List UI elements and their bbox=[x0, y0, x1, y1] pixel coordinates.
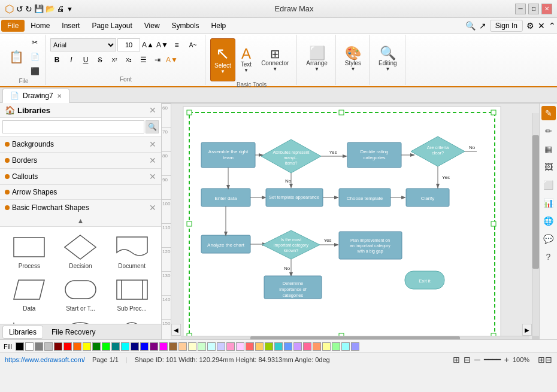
view-icons[interactable]: ⊞⊟ bbox=[538, 355, 552, 364]
subscript-btn[interactable]: X₂ bbox=[122, 53, 135, 66]
minimize-btn[interactable]: ─ bbox=[515, 4, 526, 14]
shape-decision[interactable]: Decision bbox=[56, 232, 105, 272]
scroll-thumb-h[interactable] bbox=[250, 336, 459, 339]
shape-extra1[interactable] bbox=[5, 317, 54, 324]
styles-btn[interactable]: 🎨 Styles ▼ bbox=[341, 38, 365, 81]
dropdown-arrow[interactable]: ▼ bbox=[66, 5, 73, 13]
menu-insert[interactable]: Insert bbox=[56, 20, 86, 32]
color-paleblue[interactable] bbox=[341, 342, 350, 351]
color-gray[interactable] bbox=[35, 342, 43, 351]
drawing-tab[interactable]: 📄 Drawing7 ✕ bbox=[2, 89, 69, 103]
maximize-btn[interactable]: □ bbox=[528, 4, 539, 14]
connector-tool-btn[interactable]: ⊞ Connector ▼ bbox=[257, 38, 293, 81]
menu-symbols[interactable]: Symbols bbox=[166, 20, 205, 32]
color-lilac[interactable] bbox=[293, 342, 302, 351]
search-doc-icon[interactable]: 🔍 bbox=[465, 21, 476, 31]
arrange-btn[interactable]: ⬜ Arrange ▼ bbox=[302, 38, 332, 81]
color-orange[interactable] bbox=[73, 342, 81, 351]
website-link[interactable]: https://www.edrawsoft.com/ bbox=[5, 356, 85, 363]
close-icon[interactable]: ✕ bbox=[538, 21, 545, 31]
format-btn[interactable]: ⬛ bbox=[28, 65, 41, 78]
shape-subprocess[interactable]: Sub Proc... bbox=[107, 274, 156, 314]
color-lightorange[interactable] bbox=[255, 342, 264, 351]
superscript-btn[interactable]: X² bbox=[108, 53, 121, 66]
select-tool-btn[interactable]: ↖ Select ▼ bbox=[210, 38, 235, 81]
color-lime[interactable] bbox=[102, 342, 110, 351]
flowchart-close[interactable]: ✕ bbox=[149, 203, 156, 212]
share-icon[interactable]: ↗ bbox=[479, 21, 486, 31]
list-btn[interactable]: ☰ bbox=[137, 53, 150, 66]
print-btn[interactable]: 🖨 bbox=[57, 4, 65, 13]
section-borders-header[interactable]: Borders ✕ bbox=[0, 153, 161, 168]
color-peach[interactable] bbox=[178, 342, 187, 351]
zoom-in-btn[interactable]: + bbox=[504, 355, 509, 364]
right-btn-comment[interactable]: 💬 bbox=[541, 232, 556, 246]
callouts-close[interactable]: ✕ bbox=[149, 172, 156, 181]
color-lightgreen[interactable] bbox=[198, 342, 206, 351]
close-btn[interactable]: ✕ bbox=[541, 4, 552, 14]
font-increase-btn[interactable]: A▲ bbox=[141, 38, 155, 51]
color-paleyellow[interactable] bbox=[322, 342, 331, 351]
menu-home[interactable]: Home bbox=[25, 20, 56, 32]
align-btn[interactable]: ≡ bbox=[170, 38, 183, 51]
borders-close[interactable]: ✕ bbox=[149, 156, 156, 165]
scroll-right-btn[interactable]: ▶ bbox=[522, 324, 532, 336]
scrollbar-horizontal[interactable] bbox=[181, 336, 529, 339]
signin-btn[interactable]: Sign In bbox=[490, 20, 523, 32]
color-green[interactable] bbox=[92, 342, 101, 351]
color-maroon[interactable] bbox=[54, 342, 62, 351]
color-navy[interactable] bbox=[131, 342, 139, 351]
sidebar-search-btn[interactable]: 🔍 bbox=[146, 120, 159, 133]
color-lightyellow[interactable] bbox=[188, 342, 196, 351]
color-palegreen[interactable] bbox=[332, 342, 340, 351]
font-color-btn[interactable]: A▼ bbox=[165, 53, 178, 66]
shape-extra2[interactable] bbox=[56, 317, 105, 324]
drawing-tab-close[interactable]: ✕ bbox=[57, 93, 62, 99]
copy-btn[interactable]: 📄 bbox=[28, 50, 41, 63]
fit-page-icon[interactable]: ⊞ bbox=[453, 355, 460, 364]
underline-btn[interactable]: U bbox=[79, 53, 92, 66]
color-teal[interactable] bbox=[111, 342, 120, 351]
shape-extra3[interactable] bbox=[107, 317, 156, 324]
scroll-thumb-v[interactable] bbox=[532, 135, 539, 269]
color-lightcyan[interactable] bbox=[207, 342, 216, 351]
right-btn-shape[interactable]: ⬜ bbox=[541, 178, 556, 192]
color-white[interactable] bbox=[25, 342, 34, 351]
font-size-input[interactable] bbox=[117, 38, 140, 51]
editing-btn[interactable]: 🔍 Editing ▼ bbox=[374, 38, 401, 81]
zoom-out-btn[interactable]: ─ bbox=[474, 355, 480, 364]
menu-view[interactable]: View bbox=[138, 20, 166, 32]
undo-btn[interactable]: ↺ bbox=[16, 4, 23, 14]
color-yellow[interactable] bbox=[83, 342, 91, 351]
sidebar-close-icon[interactable]: ✕ bbox=[149, 105, 156, 115]
shape-start[interactable]: Start or T... bbox=[56, 274, 105, 314]
drawing-canvas[interactable]: Assemble the right team Attributes repre… bbox=[171, 104, 539, 339]
font-family-select[interactable]: Arial bbox=[50, 38, 116, 51]
menu-file[interactable]: File bbox=[1, 20, 25, 32]
color-cornflower[interactable] bbox=[284, 342, 292, 351]
color-lightred[interactable] bbox=[246, 342, 254, 351]
font-decrease-btn[interactable]: A▼ bbox=[156, 38, 169, 51]
section-backgrounds-header[interactable]: Backgrounds ✕ bbox=[0, 136, 161, 152]
indent-btn[interactable]: ⇥ bbox=[151, 53, 164, 66]
color-a-btn[interactable]: A~ bbox=[184, 38, 201, 51]
sidebar-search-input[interactable] bbox=[2, 120, 144, 133]
section-arrows-header[interactable]: Arrow Shapes bbox=[0, 185, 161, 199]
settings-icon[interactable]: ⚙ bbox=[526, 21, 534, 31]
color-silver[interactable] bbox=[44, 342, 53, 351]
text-tool-btn[interactable]: A Text ▼ bbox=[237, 38, 256, 81]
color-pink[interactable] bbox=[226, 342, 235, 351]
window-controls[interactable]: ─ □ ✕ bbox=[515, 4, 552, 14]
titlebar-left-icons[interactable]: ⬡ ↺ ↻ 💾 📂 🖨 ▼ bbox=[5, 2, 73, 16]
shape-document[interactable]: Document bbox=[107, 232, 156, 272]
right-btn-grid[interactable]: ▦ bbox=[541, 142, 556, 156]
file-recovery-tab[interactable]: File Recovery bbox=[46, 326, 101, 338]
home-icon[interactable]: 🏠 bbox=[5, 105, 15, 115]
zoom-slider[interactable]: ━━━━ bbox=[484, 355, 501, 364]
color-red[interactable] bbox=[63, 342, 72, 351]
color-yellowgreen[interactable] bbox=[265, 342, 273, 351]
strikethrough-btn[interactable]: S bbox=[93, 53, 107, 66]
section-flowchart-header[interactable]: Basic Flowchart Shapes ✕ bbox=[0, 200, 161, 215]
scroll-left-btn[interactable]: ◀ bbox=[171, 324, 181, 336]
right-btn-pen[interactable]: ✏ bbox=[541, 124, 556, 138]
